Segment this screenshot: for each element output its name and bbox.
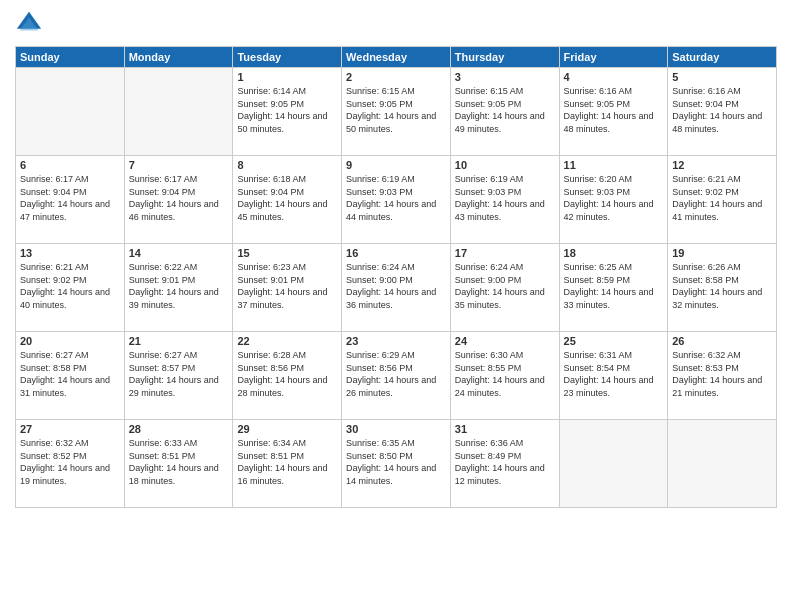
cell-content: Sunrise: 6:27 AMSunset: 8:57 PMDaylight:… <box>129 349 229 399</box>
sunset-label: Sunset: 9:02 PM <box>20 275 87 285</box>
daylight-label: Daylight: 14 hours and 42 minutes. <box>564 199 654 222</box>
sunset-label: Sunset: 8:54 PM <box>564 363 631 373</box>
day-number: 1 <box>237 71 337 83</box>
sunrise-label: Sunrise: 6:34 AM <box>237 438 306 448</box>
cell-content: Sunrise: 6:28 AMSunset: 8:56 PMDaylight:… <box>237 349 337 399</box>
daylight-label: Daylight: 14 hours and 32 minutes. <box>672 287 762 310</box>
daylight-label: Daylight: 14 hours and 40 minutes. <box>20 287 110 310</box>
sunrise-label: Sunrise: 6:36 AM <box>455 438 524 448</box>
sunset-label: Sunset: 8:56 PM <box>237 363 304 373</box>
week-row-3: 20Sunrise: 6:27 AMSunset: 8:58 PMDayligh… <box>16 332 777 420</box>
day-number: 10 <box>455 159 555 171</box>
sunrise-label: Sunrise: 6:32 AM <box>20 438 89 448</box>
daylight-label: Daylight: 14 hours and 45 minutes. <box>237 199 327 222</box>
sunrise-label: Sunrise: 6:15 AM <box>455 86 524 96</box>
day-header-friday: Friday <box>559 47 668 68</box>
sunset-label: Sunset: 8:51 PM <box>237 451 304 461</box>
day-number: 17 <box>455 247 555 259</box>
daylight-label: Daylight: 14 hours and 37 minutes. <box>237 287 327 310</box>
sunset-label: Sunset: 8:55 PM <box>455 363 522 373</box>
daylight-label: Daylight: 14 hours and 50 minutes. <box>237 111 327 134</box>
sunrise-label: Sunrise: 6:28 AM <box>237 350 306 360</box>
sunrise-label: Sunrise: 6:16 AM <box>672 86 741 96</box>
day-header-thursday: Thursday <box>450 47 559 68</box>
cell-content: Sunrise: 6:22 AMSunset: 9:01 PMDaylight:… <box>129 261 229 311</box>
daylight-label: Daylight: 14 hours and 39 minutes. <box>129 287 219 310</box>
calendar-cell <box>559 420 668 508</box>
daylight-label: Daylight: 14 hours and 18 minutes. <box>129 463 219 486</box>
daylight-label: Daylight: 14 hours and 23 minutes. <box>564 375 654 398</box>
sunset-label: Sunset: 9:02 PM <box>672 187 739 197</box>
sunrise-label: Sunrise: 6:18 AM <box>237 174 306 184</box>
calendar-cell: 21Sunrise: 6:27 AMSunset: 8:57 PMDayligh… <box>124 332 233 420</box>
calendar-cell: 16Sunrise: 6:24 AMSunset: 9:00 PMDayligh… <box>342 244 451 332</box>
calendar-cell: 25Sunrise: 6:31 AMSunset: 8:54 PMDayligh… <box>559 332 668 420</box>
calendar-cell: 12Sunrise: 6:21 AMSunset: 9:02 PMDayligh… <box>668 156 777 244</box>
calendar-cell <box>124 68 233 156</box>
daylight-label: Daylight: 14 hours and 21 minutes. <box>672 375 762 398</box>
week-row-4: 27Sunrise: 6:32 AMSunset: 8:52 PMDayligh… <box>16 420 777 508</box>
week-row-1: 6Sunrise: 6:17 AMSunset: 9:04 PMDaylight… <box>16 156 777 244</box>
sunset-label: Sunset: 8:49 PM <box>455 451 522 461</box>
sunset-label: Sunset: 8:53 PM <box>672 363 739 373</box>
day-number: 4 <box>564 71 664 83</box>
cell-content: Sunrise: 6:14 AMSunset: 9:05 PMDaylight:… <box>237 85 337 135</box>
calendar-cell: 27Sunrise: 6:32 AMSunset: 8:52 PMDayligh… <box>16 420 125 508</box>
day-header-sunday: Sunday <box>16 47 125 68</box>
day-number: 8 <box>237 159 337 171</box>
cell-content: Sunrise: 6:17 AMSunset: 9:04 PMDaylight:… <box>20 173 120 223</box>
calendar-cell: 2Sunrise: 6:15 AMSunset: 9:05 PMDaylight… <box>342 68 451 156</box>
cell-content: Sunrise: 6:32 AMSunset: 8:52 PMDaylight:… <box>20 437 120 487</box>
day-number: 15 <box>237 247 337 259</box>
sunrise-label: Sunrise: 6:21 AM <box>20 262 89 272</box>
sunrise-label: Sunrise: 6:30 AM <box>455 350 524 360</box>
calendar-cell: 24Sunrise: 6:30 AMSunset: 8:55 PMDayligh… <box>450 332 559 420</box>
day-number: 16 <box>346 247 446 259</box>
day-number: 13 <box>20 247 120 259</box>
cell-content: Sunrise: 6:30 AMSunset: 8:55 PMDaylight:… <box>455 349 555 399</box>
page: SundayMondayTuesdayWednesdayThursdayFrid… <box>0 0 792 612</box>
daylight-label: Daylight: 14 hours and 14 minutes. <box>346 463 436 486</box>
header-row: SundayMondayTuesdayWednesdayThursdayFrid… <box>16 47 777 68</box>
daylight-label: Daylight: 14 hours and 35 minutes. <box>455 287 545 310</box>
cell-content: Sunrise: 6:32 AMSunset: 8:53 PMDaylight:… <box>672 349 772 399</box>
calendar-cell <box>16 68 125 156</box>
sunset-label: Sunset: 9:04 PM <box>672 99 739 109</box>
calendar-cell: 7Sunrise: 6:17 AMSunset: 9:04 PMDaylight… <box>124 156 233 244</box>
day-number: 20 <box>20 335 120 347</box>
cell-content: Sunrise: 6:33 AMSunset: 8:51 PMDaylight:… <box>129 437 229 487</box>
day-number: 24 <box>455 335 555 347</box>
sunset-label: Sunset: 9:01 PM <box>129 275 196 285</box>
cell-content: Sunrise: 6:31 AMSunset: 8:54 PMDaylight:… <box>564 349 664 399</box>
calendar-cell: 22Sunrise: 6:28 AMSunset: 8:56 PMDayligh… <box>233 332 342 420</box>
daylight-label: Daylight: 14 hours and 50 minutes. <box>346 111 436 134</box>
day-header-tuesday: Tuesday <box>233 47 342 68</box>
daylight-label: Daylight: 14 hours and 41 minutes. <box>672 199 762 222</box>
sunrise-label: Sunrise: 6:17 AM <box>129 174 198 184</box>
logo <box>15 10 47 38</box>
daylight-label: Daylight: 14 hours and 31 minutes. <box>20 375 110 398</box>
week-row-2: 13Sunrise: 6:21 AMSunset: 9:02 PMDayligh… <box>16 244 777 332</box>
sunrise-label: Sunrise: 6:27 AM <box>129 350 198 360</box>
calendar-cell: 23Sunrise: 6:29 AMSunset: 8:56 PMDayligh… <box>342 332 451 420</box>
cell-content: Sunrise: 6:27 AMSunset: 8:58 PMDaylight:… <box>20 349 120 399</box>
cell-content: Sunrise: 6:15 AMSunset: 9:05 PMDaylight:… <box>455 85 555 135</box>
sunset-label: Sunset: 9:03 PM <box>346 187 413 197</box>
calendar-cell: 26Sunrise: 6:32 AMSunset: 8:53 PMDayligh… <box>668 332 777 420</box>
calendar-cell: 4Sunrise: 6:16 AMSunset: 9:05 PMDaylight… <box>559 68 668 156</box>
day-number: 7 <box>129 159 229 171</box>
calendar-cell: 8Sunrise: 6:18 AMSunset: 9:04 PMDaylight… <box>233 156 342 244</box>
cell-content: Sunrise: 6:19 AMSunset: 9:03 PMDaylight:… <box>346 173 446 223</box>
calendar-cell: 15Sunrise: 6:23 AMSunset: 9:01 PMDayligh… <box>233 244 342 332</box>
sunrise-label: Sunrise: 6:15 AM <box>346 86 415 96</box>
sunset-label: Sunset: 8:59 PM <box>564 275 631 285</box>
day-number: 11 <box>564 159 664 171</box>
sunset-label: Sunset: 9:04 PM <box>20 187 87 197</box>
day-number: 22 <box>237 335 337 347</box>
calendar: SundayMondayTuesdayWednesdayThursdayFrid… <box>15 46 777 508</box>
sunset-label: Sunset: 8:51 PM <box>129 451 196 461</box>
calendar-cell: 17Sunrise: 6:24 AMSunset: 9:00 PMDayligh… <box>450 244 559 332</box>
calendar-cell <box>668 420 777 508</box>
calendar-cell: 31Sunrise: 6:36 AMSunset: 8:49 PMDayligh… <box>450 420 559 508</box>
calendar-cell: 10Sunrise: 6:19 AMSunset: 9:03 PMDayligh… <box>450 156 559 244</box>
